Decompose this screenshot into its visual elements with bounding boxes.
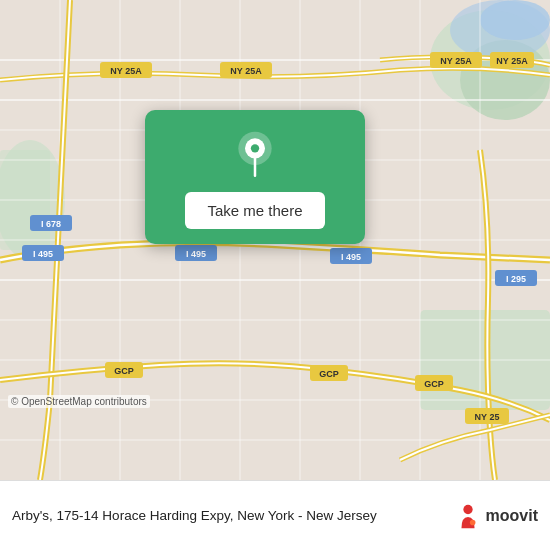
svg-text:NY 25A: NY 25A xyxy=(110,66,142,76)
moovit-icon xyxy=(454,502,482,530)
svg-text:I 495: I 495 xyxy=(33,249,53,259)
bottom-bar: Arby's, 175-14 Horace Harding Expy, New … xyxy=(0,480,550,550)
map-copyright: © OpenStreetMap contributors xyxy=(8,395,150,408)
svg-text:NY 25A: NY 25A xyxy=(440,56,472,66)
take-me-there-button[interactable]: Take me there xyxy=(185,192,324,229)
svg-text:GCP: GCP xyxy=(424,379,444,389)
svg-text:NY 25A: NY 25A xyxy=(230,66,262,76)
svg-text:I 295: I 295 xyxy=(506,274,526,284)
svg-text:NY 25A: NY 25A xyxy=(496,56,528,66)
svg-text:GCP: GCP xyxy=(114,366,134,376)
location-text: Arby's, 175-14 Horace Harding Expy, New … xyxy=(12,507,454,525)
svg-text:I 495: I 495 xyxy=(186,249,206,259)
svg-point-57 xyxy=(469,519,475,525)
svg-text:I 495: I 495 xyxy=(341,252,361,262)
moovit-logo: moovit xyxy=(454,502,538,530)
svg-text:I 678: I 678 xyxy=(41,219,61,229)
svg-point-55 xyxy=(251,144,259,152)
svg-point-7 xyxy=(480,0,550,40)
map-container: NY 25A NY 25A NY 25A I 678 I 495 I 495 I… xyxy=(0,0,550,480)
moovit-brand-text: moovit xyxy=(486,507,538,525)
svg-point-56 xyxy=(463,504,472,513)
svg-text:GCP: GCP xyxy=(319,369,339,379)
map-pin-icon xyxy=(230,130,280,180)
location-popup: Take me there xyxy=(145,110,365,244)
svg-text:NY 25: NY 25 xyxy=(475,412,500,422)
